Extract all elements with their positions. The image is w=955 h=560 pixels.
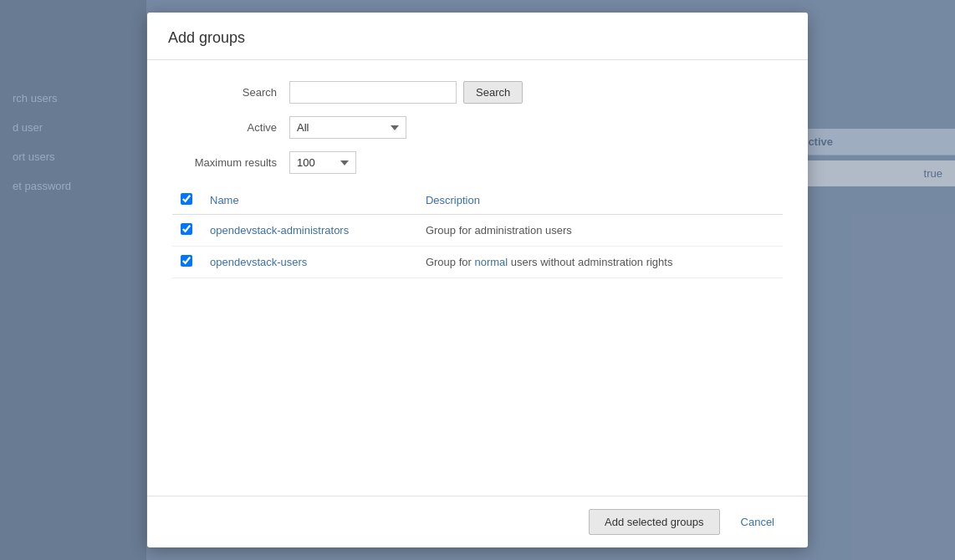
row2-description-cell: Group for normal users without adminstra… (417, 247, 783, 278)
table-body: opendevstack-administrators Group for ad… (172, 215, 783, 278)
modal-title: Add groups (168, 29, 787, 47)
add-groups-modal: Add groups Search Search Active All Yes … (147, 13, 808, 547)
active-label: Active (172, 121, 289, 134)
cancel-button[interactable]: Cancel (728, 510, 787, 534)
header-check-col (172, 186, 202, 215)
row2-description: Group for normal users without adminstra… (426, 256, 673, 268)
modal-footer: Add selected groups Cancel (147, 496, 808, 547)
search-input[interactable] (289, 81, 457, 104)
search-label: Search (172, 86, 289, 99)
row2-check-cell (172, 247, 202, 278)
active-select[interactable]: All Yes No (289, 116, 406, 139)
search-button[interactable]: Search (463, 81, 523, 104)
row2-name-cell: opendevstack-users (202, 247, 417, 278)
row1-name-cell: opendevstack-administrators (202, 215, 417, 247)
modal-body: Search Search Active All Yes No Maximum … (147, 60, 808, 496)
row1-description: Group for administration users (426, 224, 572, 237)
header-name-col: Name (202, 186, 417, 215)
row2-highlight: normal (474, 256, 508, 268)
row1-checkbox[interactable] (181, 223, 192, 235)
row1-description-cell: Group for administration users (417, 215, 783, 247)
row2-name-link[interactable]: opendevstack-users (210, 256, 307, 268)
modal-header: Add groups (147, 13, 808, 60)
add-selected-groups-button[interactable]: Add selected groups (589, 509, 720, 535)
table-row: opendevstack-users Group for normal user… (172, 247, 783, 278)
row1-check-cell (172, 215, 202, 247)
max-results-label: Maximum results (172, 156, 289, 169)
modal-overlay: Add groups Search Search Active All Yes … (0, 0, 955, 560)
select-all-checkbox[interactable] (181, 193, 192, 205)
max-results-row: Maximum results 100 50 25 10 (172, 151, 783, 174)
groups-table: Name Description opendevstac (172, 186, 783, 278)
search-row: Search Search (172, 81, 783, 104)
table-header-row: Name Description (172, 186, 783, 215)
header-description-col: Description (417, 186, 783, 215)
row2-checkbox[interactable] (181, 255, 192, 267)
active-row: Active All Yes No (172, 116, 783, 139)
row1-name-link[interactable]: opendevstack-administrators (210, 224, 349, 237)
table-row: opendevstack-administrators Group for ad… (172, 215, 783, 247)
table-header: Name Description (172, 186, 783, 215)
max-results-select[interactable]: 100 50 25 10 (289, 151, 356, 174)
